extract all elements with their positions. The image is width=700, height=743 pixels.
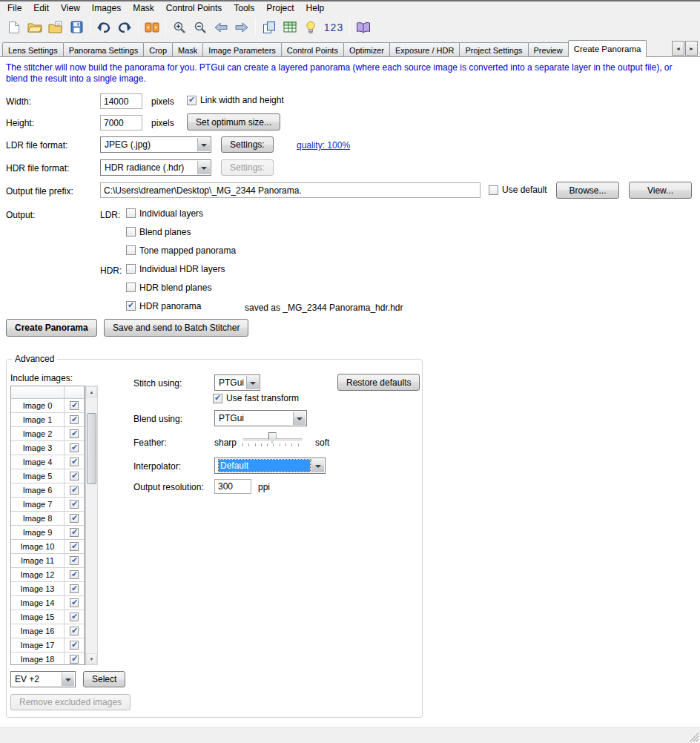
output-option-checkbox[interactable] xyxy=(126,208,136,218)
output-option-checkbox[interactable] xyxy=(126,264,136,274)
tab[interactable]: Preview xyxy=(528,42,569,57)
output-option-checkbox[interactable] xyxy=(126,245,136,255)
image-row[interactable]: Image 18 xyxy=(11,653,85,665)
menu-item[interactable]: View xyxy=(55,1,86,15)
image-include-checkbox[interactable] xyxy=(70,598,79,607)
menu-item[interactable]: Mask xyxy=(127,1,160,15)
restore-defaults-button[interactable]: Restore defaults xyxy=(337,374,420,391)
image-include-checkbox[interactable] xyxy=(70,472,79,481)
stitch-using-dropdown[interactable]: PTGui xyxy=(214,374,260,391)
interpolator-dropdown[interactable]: Default xyxy=(214,458,326,474)
tab[interactable]: Lens Settings xyxy=(2,42,64,57)
image-row[interactable]: Image 1 xyxy=(11,413,85,427)
image-include-checkbox[interactable] xyxy=(70,429,79,438)
menu-item[interactable]: Images xyxy=(86,1,127,15)
fast-transform-checkbox[interactable] xyxy=(213,394,222,403)
image-row[interactable]: Image 16 xyxy=(11,624,85,638)
image-row[interactable]: Image 12 xyxy=(11,568,85,582)
image-include-checkbox[interactable] xyxy=(70,655,79,664)
menu-item[interactable]: Help xyxy=(300,1,331,15)
image-include-checkbox[interactable] xyxy=(70,584,79,593)
tab[interactable]: Crop xyxy=(143,42,173,57)
image-include-checkbox[interactable] xyxy=(70,528,79,537)
numeric-transform-button[interactable]: 123 xyxy=(321,17,346,37)
ldr-settings-button[interactable]: Settings: xyxy=(221,136,274,153)
output-option-checkbox[interactable] xyxy=(126,301,136,311)
hdr-format-dropdown[interactable]: HDR radiance (.hdr) xyxy=(100,159,211,176)
output-option[interactable]: HDR panorama xyxy=(126,301,225,320)
feather-slider[interactable] xyxy=(241,432,304,447)
image-table-button[interactable] xyxy=(280,17,300,37)
image-include-checkbox[interactable] xyxy=(70,500,79,509)
image-include-checkbox[interactable] xyxy=(70,458,79,466)
image-include-checkbox[interactable] xyxy=(70,556,79,565)
image-include-checkbox[interactable] xyxy=(70,514,79,523)
image-include-checkbox[interactable] xyxy=(70,612,79,621)
menu-item[interactable]: Edit xyxy=(27,1,55,15)
scrollbar-down-icon[interactable] xyxy=(86,653,97,664)
optimizer-button[interactable] xyxy=(300,17,321,37)
previous-image-button[interactable] xyxy=(211,17,231,37)
ev-dropdown[interactable]: EV +2 xyxy=(10,671,76,687)
tab-scroll-left-icon[interactable] xyxy=(672,41,684,56)
scrollbar-thumb[interactable] xyxy=(87,413,96,484)
output-option[interactable]: Blend planes xyxy=(126,227,236,245)
browse-button[interactable]: Browse... xyxy=(556,182,619,199)
zoom-in-button[interactable] xyxy=(169,17,190,37)
fast-transform-option[interactable]: Use fast transform xyxy=(213,393,299,403)
zoom-out-button[interactable] xyxy=(190,17,211,37)
image-include-checkbox[interactable] xyxy=(70,570,79,579)
tab[interactable]: Project Settings xyxy=(459,42,528,57)
help-button[interactable] xyxy=(353,17,374,37)
width-input[interactable] xyxy=(100,93,142,109)
height-input[interactable] xyxy=(100,115,142,131)
tab[interactable]: Image Parameters xyxy=(202,42,281,57)
ldr-format-dropdown[interactable]: JPEG (.jpg) xyxy=(100,136,211,153)
image-row[interactable]: Image 17 xyxy=(11,638,85,653)
output-option-checkbox[interactable] xyxy=(126,283,136,292)
tab[interactable]: Panorama Settings xyxy=(63,42,145,57)
tab[interactable]: Control Points xyxy=(281,42,344,57)
image-row[interactable]: Image 8 xyxy=(11,512,85,526)
undo-button[interactable] xyxy=(93,17,114,37)
create-panorama-button[interactable]: Create Panorama xyxy=(6,319,97,337)
image-row[interactable]: Image 2 xyxy=(11,427,85,441)
image-row[interactable]: Image 15 xyxy=(11,610,85,624)
next-image-button[interactable] xyxy=(231,17,252,37)
new-project-button[interactable] xyxy=(4,17,24,37)
image-include-checkbox[interactable] xyxy=(70,542,79,551)
save-project-button[interactable] xyxy=(66,17,87,37)
slider-thumb[interactable] xyxy=(268,432,277,443)
scrollbar-up-icon[interactable] xyxy=(86,386,97,397)
image-include-checkbox[interactable] xyxy=(70,627,79,635)
menu-item[interactable]: File xyxy=(1,1,27,15)
blend-using-dropdown[interactable]: PTGui xyxy=(214,410,307,426)
menu-item[interactable]: Project xyxy=(260,1,300,15)
image-row[interactable]: Image 10 xyxy=(11,540,85,554)
image-row[interactable]: Image 0 xyxy=(11,399,85,413)
view-button[interactable]: View... xyxy=(629,182,692,199)
image-row[interactable]: Image 4 xyxy=(11,455,85,469)
image-row[interactable]: Image 14 xyxy=(11,596,85,610)
tab[interactable]: Create Panorama xyxy=(568,40,647,57)
link-width-height-option[interactable]: Link width and height xyxy=(187,95,284,105)
image-include-checkbox[interactable] xyxy=(70,401,79,410)
resize-grip[interactable] xyxy=(688,731,699,742)
open-project-button[interactable] xyxy=(24,17,45,37)
link-width-height-checkbox[interactable] xyxy=(187,96,197,105)
output-prefix-input[interactable] xyxy=(100,182,481,198)
image-list-scrollbar[interactable] xyxy=(85,386,98,665)
output-option[interactable]: Tone mapped panorama xyxy=(126,245,236,264)
image-row[interactable]: Image 9 xyxy=(11,526,85,540)
tab-scroll-right-icon[interactable] xyxy=(685,41,698,56)
batch-stitcher-button[interactable]: Save and send to Batch Stitcher xyxy=(104,319,248,337)
output-option[interactable]: Individual layers xyxy=(126,208,236,227)
tab[interactable]: Optimizer xyxy=(343,42,390,57)
image-row[interactable]: Image 3 xyxy=(11,441,85,455)
use-default-checkbox[interactable] xyxy=(489,185,498,195)
output-option[interactable]: HDR blend planes xyxy=(126,283,225,301)
menu-item[interactable]: Tools xyxy=(228,1,260,15)
image-row[interactable]: Image 7 xyxy=(11,498,85,512)
image-row[interactable]: Image 5 xyxy=(11,469,85,483)
image-include-checkbox[interactable] xyxy=(70,486,79,495)
